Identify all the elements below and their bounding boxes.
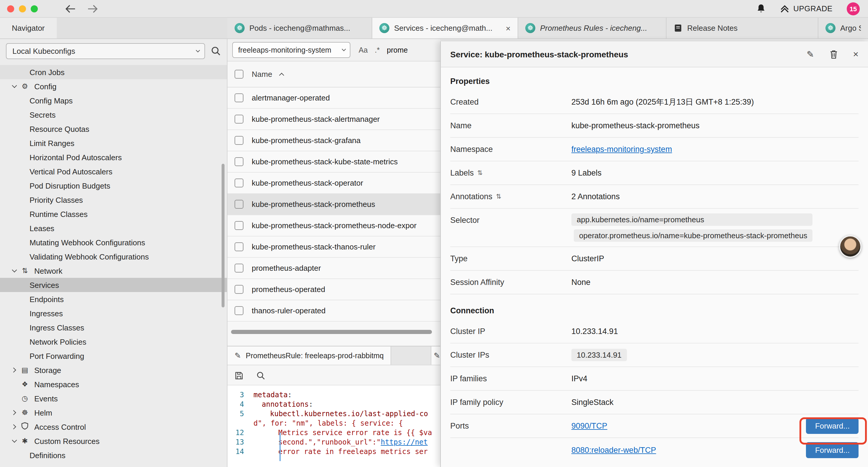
row-checkbox[interactable]: [235, 93, 243, 102]
sidebar-item-priority-classes[interactable]: Priority Classes: [0, 193, 227, 207]
row-checkbox[interactable]: [235, 285, 243, 294]
fold-indicator: [279, 433, 281, 461]
helm-icon: ☸: [20, 408, 30, 417]
sidebar-item-network-policies[interactable]: Network Policies: [0, 334, 227, 349]
sidebar-item-validating-webhook-configurations[interactable]: Validating Webhook Configurations: [0, 250, 227, 264]
forward-button[interactable]: Forward...: [806, 442, 859, 458]
column-header-name[interactable]: Name: [252, 70, 272, 79]
table-row[interactable]: thanos-ruler-operated: [227, 300, 440, 322]
port-link[interactable]: 9090/TCP: [571, 421, 608, 430]
row-checkbox[interactable]: [235, 200, 243, 209]
table-row[interactable]: kube-prometheus-stack-grafana: [227, 130, 440, 151]
row-checkbox[interactable]: [235, 306, 243, 315]
table-row[interactable]: prometheus-adapter: [227, 258, 440, 279]
sidebar-item-limit-ranges[interactable]: Limit Ranges: [0, 136, 227, 150]
save-icon[interactable]: [235, 371, 243, 380]
notification-bell-icon[interactable]: [756, 4, 766, 13]
kubeconfig-selector[interactable]: Local Kubeconfigs: [6, 43, 205, 59]
namespace-link[interactable]: freeleaps-monitoring-system: [571, 145, 672, 154]
sidebar-item-custom-resources[interactable]: ✱Custom Resources: [0, 434, 227, 448]
chevron-down-icon: [196, 48, 200, 52]
tab-argo[interactable]: ☸ Argo S: [818, 18, 868, 38]
delete-resource-icon[interactable]: [829, 49, 838, 59]
editor-search-icon[interactable]: [256, 371, 265, 380]
namespace-filter-select[interactable]: freeleaps-monitoring-system: [232, 42, 350, 58]
table-row[interactable]: kube-prometheus-stack-operator: [227, 173, 440, 194]
sidebar-item-ingress-classes[interactable]: Ingress Classes: [0, 320, 227, 334]
sidebar-item-vertical-pod-autoscalers[interactable]: Vertical Pod Autoscalers: [0, 164, 227, 178]
table-row[interactable]: prometheus-operated: [227, 279, 440, 300]
back-arrow-icon[interactable]: [65, 4, 75, 13]
match-case-toggle[interactable]: Aa: [359, 46, 368, 54]
maximize-window-button[interactable]: [31, 5, 38, 12]
table-row-selected[interactable]: kube-prometheus-stack-prometheus: [227, 194, 440, 215]
sidebar-item-helm[interactable]: ☸Helm: [0, 406, 227, 420]
drawer-title: Service: kube-prometheus-stack-prometheu…: [450, 49, 628, 59]
row-checkbox[interactable]: [235, 221, 243, 230]
port-link[interactable]: 8080:reloader-web/TCP: [571, 445, 656, 454]
navigator-tab[interactable]: Navigator: [0, 18, 56, 38]
detail-row-port-1: Ports 9090/TCP Forward...: [450, 414, 859, 438]
horizontal-scrollbar[interactable]: [231, 330, 432, 334]
detail-row-ip-families: IP families IPv4: [450, 367, 859, 391]
regex-toggle[interactable]: .*: [375, 46, 380, 54]
minimize-window-button[interactable]: [19, 5, 26, 12]
sidebar-item-ingresses[interactable]: Ingresses: [0, 306, 227, 320]
forward-button[interactable]: Forward...: [806, 418, 859, 434]
table-row[interactable]: kube-prometheus-stack-thanos-ruler: [227, 236, 440, 258]
table-row[interactable]: kube-prometheus-stack-alertmanager: [227, 109, 440, 130]
tab-release-notes[interactable]: Release Notes: [666, 18, 818, 38]
sidebar-item-namespaces[interactable]: ❖Namespaces: [0, 377, 227, 391]
tab-prometheus-rules[interactable]: ☸ Prometheus Rules - icecheng...: [518, 18, 666, 38]
upgrade-button[interactable]: UPGRADE: [780, 4, 833, 13]
table-row[interactable]: kube-prometheus-stack-kube-state-metrics: [227, 151, 440, 173]
sidebar-scrollbar[interactable]: [222, 164, 224, 308]
table-row[interactable]: kube-prometheus-stack-prometheus-node-ex…: [227, 215, 440, 236]
yaml-editor[interactable]: 3metadata: 4annotations: 5kubectl.kubern…: [227, 385, 440, 467]
sidebar-item-cron-jobs[interactable]: Cron Jobs: [0, 65, 227, 79]
sidebar-item-endpoints[interactable]: Endpoints: [0, 292, 227, 306]
row-checkbox[interactable]: [235, 115, 243, 123]
user-avatar[interactable]: [839, 235, 862, 258]
sidebar-item-resource-quotas[interactable]: Resource Quotas: [0, 122, 227, 136]
sidebar-item-horizontal-pod-autoscalers[interactable]: Horizontal Pod Autoscalers: [0, 150, 227, 164]
row-checkbox[interactable]: [235, 242, 243, 251]
close-tab-icon[interactable]: ×: [506, 23, 510, 33]
sidebar-item-storage[interactable]: ▤Storage: [0, 363, 227, 377]
sidebar-item-events[interactable]: ◷Events: [0, 391, 227, 406]
sidebar-item-port-forwarding[interactable]: Port Forwarding: [0, 349, 227, 363]
dock-tab-partial[interactable]: ✎: [431, 346, 440, 365]
sidebar-item-network[interactable]: ⇅Network: [0, 264, 227, 278]
sidebar-item-secrets[interactable]: Secrets: [0, 108, 227, 122]
tab-services[interactable]: ☸ Services - icecheng@math... ×: [372, 18, 518, 38]
sidebar-item-mutating-webhook-configurations[interactable]: Mutating Webhook Configurations: [0, 235, 227, 250]
sidebar-item-definitions[interactable]: Definitions: [0, 448, 227, 462]
sidebar-item-services[interactable]: Services: [0, 278, 227, 292]
tab-pods[interactable]: ☸ Pods - icecheng@mathmas...: [227, 18, 372, 38]
sidebar-item-runtime-classes[interactable]: Runtime Classes: [0, 207, 227, 221]
close-window-button[interactable]: [7, 5, 14, 12]
sidebar-item-access-control[interactable]: Access Control: [0, 420, 227, 434]
sidebar-item-config-maps[interactable]: Config Maps: [0, 93, 227, 108]
sidebar-item-leases[interactable]: Leases: [0, 221, 227, 235]
edit-resource-icon[interactable]: ✎: [807, 49, 814, 59]
search-input[interactable]: prome: [387, 46, 408, 54]
row-checkbox[interactable]: [235, 178, 243, 187]
sort-icon[interactable]: ⇅: [496, 193, 501, 200]
sidebar-item-pod-disruption-budgets[interactable]: Pod Disruption Budgets: [0, 178, 227, 193]
sidebar-item-config[interactable]: ⚙Config: [0, 79, 227, 93]
close-drawer-icon[interactable]: ×: [853, 49, 859, 59]
row-checkbox[interactable]: [235, 136, 243, 145]
table-row[interactable]: alertmanager-operated: [227, 87, 440, 109]
kubernetes-icon: ☸: [525, 23, 535, 33]
chevron-down-icon: [12, 83, 17, 88]
notification-count-badge[interactable]: 15: [847, 2, 860, 15]
select-all-checkbox[interactable]: [235, 70, 243, 79]
navigator-header: Navigator: [0, 18, 227, 38]
forward-arrow-icon[interactable]: [88, 4, 98, 13]
row-checkbox[interactable]: [235, 157, 243, 166]
row-checkbox[interactable]: [235, 264, 243, 272]
sort-icon[interactable]: ⇅: [477, 169, 483, 177]
search-icon[interactable]: [211, 46, 221, 56]
dock-tab-prometheusrule[interactable]: ✎ PrometheusRule: freeleaps-prod-rabbitm…: [227, 346, 392, 365]
